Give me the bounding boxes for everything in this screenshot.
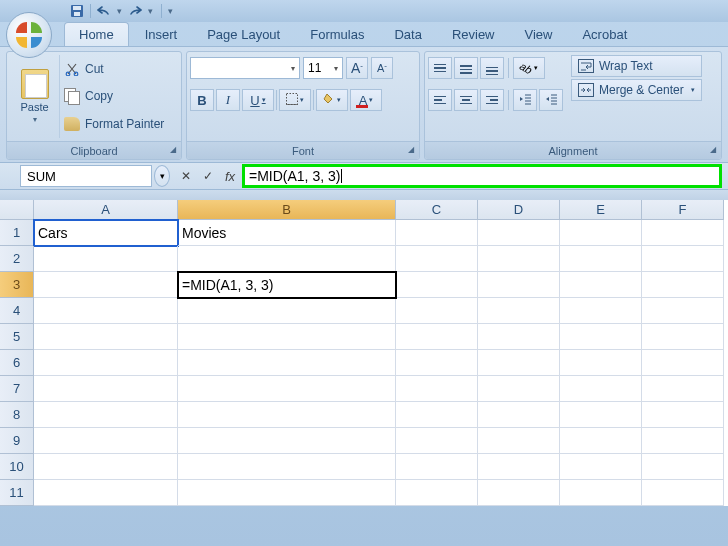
align-left-button[interactable] <box>428 89 452 111</box>
merge-center-button[interactable]: Merge & Center ▾ <box>571 79 702 101</box>
cell-f6[interactable] <box>642 350 724 376</box>
format-painter-button[interactable]: Format Painter <box>64 113 178 135</box>
tab-view[interactable]: View <box>511 23 567 46</box>
tab-home[interactable]: Home <box>64 22 129 46</box>
cell-c1[interactable] <box>396 220 478 246</box>
row-header-8[interactable]: 8 <box>0 402 34 428</box>
cell-d8[interactable] <box>478 402 560 428</box>
undo-dropdown[interactable]: ▾ <box>117 6 122 16</box>
cell-e3[interactable] <box>560 272 642 298</box>
wrap-text-button[interactable]: Wrap Text <box>571 55 702 77</box>
row-header-10[interactable]: 10 <box>0 454 34 480</box>
tab-formulas[interactable]: Formulas <box>296 23 378 46</box>
column-header-f[interactable]: F <box>642 200 724 220</box>
cell-e4[interactable] <box>560 298 642 324</box>
cell-f2[interactable] <box>642 246 724 272</box>
align-middle-button[interactable] <box>454 57 478 79</box>
italic-button[interactable]: I <box>216 89 240 111</box>
cell-f11[interactable] <box>642 480 724 506</box>
cell-f4[interactable] <box>642 298 724 324</box>
increase-indent-button[interactable] <box>539 89 563 111</box>
cell-a7[interactable] <box>34 376 178 402</box>
align-center-button[interactable] <box>454 89 478 111</box>
cell-a8[interactable] <box>34 402 178 428</box>
cell-e11[interactable] <box>560 480 642 506</box>
cell-b9[interactable] <box>178 428 396 454</box>
row-header-2[interactable]: 2 <box>0 246 34 272</box>
tab-insert[interactable]: Insert <box>131 23 192 46</box>
cell-d9[interactable] <box>478 428 560 454</box>
paste-button[interactable]: Paste ▾ <box>10 55 60 138</box>
cell-f10[interactable] <box>642 454 724 480</box>
clipboard-launcher-icon[interactable]: ◢ <box>167 145 179 157</box>
cut-button[interactable]: Cut <box>64 58 178 80</box>
cell-b6[interactable] <box>178 350 396 376</box>
cell-b3[interactable]: =MID(A1, 3, 3) <box>178 272 396 298</box>
cell-f7[interactable] <box>642 376 724 402</box>
row-header-7[interactable]: 7 <box>0 376 34 402</box>
row-header-4[interactable]: 4 <box>0 298 34 324</box>
cell-e10[interactable] <box>560 454 642 480</box>
cell-a3[interactable] <box>34 272 178 298</box>
bold-button[interactable]: B <box>190 89 214 111</box>
cell-a9[interactable] <box>34 428 178 454</box>
tab-review[interactable]: Review <box>438 23 509 46</box>
cell-c9[interactable] <box>396 428 478 454</box>
enter-formula-button[interactable]: ✓ <box>198 166 218 186</box>
cell-b11[interactable] <box>178 480 396 506</box>
row-header-1[interactable]: 1 <box>0 220 34 246</box>
column-header-b[interactable]: B <box>178 200 396 220</box>
column-header-a[interactable]: A <box>34 200 178 220</box>
font-name-selector[interactable]: ▾ <box>190 57 300 79</box>
cell-d5[interactable] <box>478 324 560 350</box>
cell-f1[interactable] <box>642 220 724 246</box>
cell-b7[interactable] <box>178 376 396 402</box>
cell-d7[interactable] <box>478 376 560 402</box>
cell-d6[interactable] <box>478 350 560 376</box>
cell-b4[interactable] <box>178 298 396 324</box>
cancel-formula-button[interactable]: ✕ <box>176 166 196 186</box>
cell-f8[interactable] <box>642 402 724 428</box>
cell-c7[interactable] <box>396 376 478 402</box>
save-button[interactable] <box>68 3 86 19</box>
row-header-5[interactable]: 5 <box>0 324 34 350</box>
cell-c2[interactable] <box>396 246 478 272</box>
copy-button[interactable]: Copy <box>64 85 178 107</box>
redo-dropdown[interactable]: ▾ <box>148 6 153 16</box>
redo-button[interactable] <box>126 3 144 19</box>
cell-d1[interactable] <box>478 220 560 246</box>
cell-b8[interactable] <box>178 402 396 428</box>
cell-e5[interactable] <box>560 324 642 350</box>
cell-d2[interactable] <box>478 246 560 272</box>
select-all-corner[interactable] <box>0 200 34 220</box>
font-color-button[interactable]: A ▾ <box>350 89 382 111</box>
cell-a4[interactable] <box>34 298 178 324</box>
cell-c10[interactable] <box>396 454 478 480</box>
cell-b5[interactable] <box>178 324 396 350</box>
cell-c8[interactable] <box>396 402 478 428</box>
cell-d4[interactable] <box>478 298 560 324</box>
border-button[interactable]: ▾ <box>279 89 311 111</box>
cell-e1[interactable] <box>560 220 642 246</box>
column-header-e[interactable]: E <box>560 200 642 220</box>
insert-function-button[interactable]: fx <box>220 166 240 186</box>
row-header-11[interactable]: 11 <box>0 480 34 506</box>
cell-a5[interactable] <box>34 324 178 350</box>
underline-button[interactable]: U▾ <box>242 89 274 111</box>
font-size-selector[interactable]: 11 ▾ <box>303 57 343 79</box>
cell-e2[interactable] <box>560 246 642 272</box>
qat-customize[interactable]: ▾ <box>168 6 173 16</box>
row-header-6[interactable]: 6 <box>0 350 34 376</box>
tab-page-layout[interactable]: Page Layout <box>193 23 294 46</box>
column-header-c[interactable]: C <box>396 200 478 220</box>
row-header-9[interactable]: 9 <box>0 428 34 454</box>
cell-e6[interactable] <box>560 350 642 376</box>
name-box[interactable]: SUM <box>20 165 152 187</box>
tab-acrobat[interactable]: Acrobat <box>568 23 641 46</box>
align-top-button[interactable] <box>428 57 452 79</box>
cell-f9[interactable] <box>642 428 724 454</box>
cell-b10[interactable] <box>178 454 396 480</box>
cell-c11[interactable] <box>396 480 478 506</box>
cell-a1[interactable]: Cars <box>34 220 178 246</box>
row-header-3[interactable]: 3 <box>0 272 34 298</box>
